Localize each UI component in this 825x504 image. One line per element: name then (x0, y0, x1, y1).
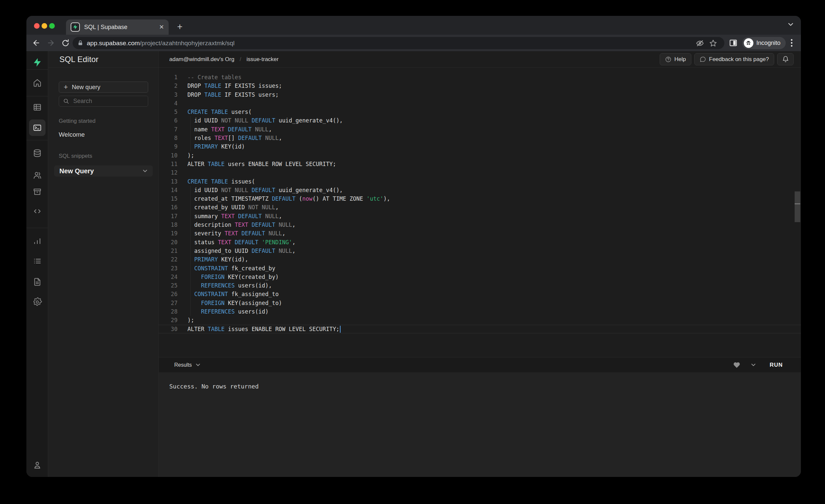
sql-code-editor[interactable]: 1-- Create tables2DROP TABLE IF EXISTS i… (159, 68, 801, 357)
storage-icon[interactable] (33, 187, 42, 196)
code-line[interactable]: 17 summary TEXT DEFAULT NULL, (159, 212, 801, 220)
database-icon[interactable] (33, 149, 42, 158)
code-line[interactable]: 5CREATE TABLE users( (159, 107, 801, 116)
breadcrumb-project[interactable]: issue-tracker (246, 56, 279, 63)
code-line[interactable]: 7 name TEXT DEFAULT NULL, (159, 125, 801, 134)
table-editor-icon[interactable] (33, 103, 42, 112)
code-line[interactable]: 15 created_at TIMESTAMPTZ DEFAULT (now()… (159, 195, 801, 203)
logs-icon[interactable] (33, 257, 42, 266)
code-line[interactable]: 10); (159, 151, 801, 160)
search-icon (63, 98, 69, 104)
sql-editor-icon[interactable] (29, 120, 46, 136)
docs-icon[interactable] (33, 277, 42, 286)
help-button[interactable]: Help (660, 53, 691, 65)
sidebar-item-new-query[interactable]: New Query (54, 165, 153, 176)
code-line[interactable]: 2DROP TABLE IF EXISTS issues; (159, 81, 801, 90)
tab-strip: SQL | Supabase ✕ + (26, 16, 801, 34)
section-label-getting-started: Getting started (59, 118, 148, 125)
code-line[interactable]: 3DROP TABLE IF EXISTS users; (159, 90, 801, 99)
maximize-window-button[interactable] (49, 23, 55, 29)
code-line[interactable]: 16 created_by UUID NOT NULL, (159, 203, 801, 212)
code-line[interactable]: 19 severity TEXT DEFAULT NULL, (159, 229, 801, 238)
code-line[interactable]: 18 description TEXT DEFAULT NULL, (159, 220, 801, 229)
forward-icon[interactable] (44, 37, 58, 49)
tab-close-icon[interactable]: ✕ (159, 23, 164, 31)
breadcrumb-org[interactable]: adam@windmill.dev's Org (169, 56, 234, 63)
search-box[interactable] (59, 96, 148, 106)
run-options-chevron-icon[interactable] (751, 363, 756, 366)
new-tab-button[interactable]: + (174, 21, 185, 32)
feedback-button[interactable]: Feedback on this page? (694, 53, 774, 65)
code-line[interactable]: 27 FOREIGN KEY(assigned_to) (159, 299, 801, 307)
code-line[interactable]: 26 CONSTRAINT fk_assigned_to (159, 290, 801, 298)
code-line[interactable]: 8 roles TEXT[] DEFAULT NULL, (159, 134, 801, 142)
run-button[interactable]: RUN (769, 362, 783, 368)
incognito-label: Incognito (756, 40, 780, 47)
account-icon[interactable] (33, 460, 42, 470)
nav-rail (26, 51, 48, 477)
code-line[interactable]: 29); (159, 316, 801, 325)
browser-tab[interactable]: SQL | Supabase ✕ (66, 19, 169, 34)
rail-divider (26, 96, 48, 96)
code-line[interactable]: 13CREATE TABLE issues( (159, 177, 801, 186)
code-line[interactable]: 24 FOREIGN KEY(created_by) (159, 273, 801, 281)
notifications-button[interactable] (777, 53, 794, 65)
browser-window: SQL | Supabase ✕ + (26, 16, 801, 477)
code-line[interactable]: 4 (159, 99, 801, 107)
window-controls (34, 23, 55, 29)
new-query-button[interactable]: + New query (59, 81, 148, 93)
code-line[interactable]: 22 PRIMARY KEY(id), (159, 255, 801, 264)
new-query-button-label: New query (72, 84, 100, 91)
lock-icon (77, 40, 83, 46)
password-eye-off-icon[interactable] (693, 38, 706, 48)
code-line[interactable]: 9 PRIMARY KEY(id) (159, 142, 801, 151)
code-line[interactable]: 11ALTER TABLE users ENABLE ROW LEVEL SEC… (159, 160, 801, 168)
code-line[interactable]: 25 REFERENCES users(id), (159, 281, 801, 290)
tab-title: SQL | Supabase (84, 24, 156, 31)
editor-scrollbar[interactable] (795, 192, 800, 222)
url-bar[interactable]: app.supabase.com/project/azahtnhqohyjerz… (73, 37, 724, 49)
query-status-message: Success. No rows returned (169, 383, 259, 390)
tab-search-chevron-icon[interactable] (788, 22, 794, 26)
sidebar-header: SQL Editor (48, 51, 158, 68)
main-header: adam@windmill.dev's Org / issue-tracker … (159, 51, 801, 68)
plus-icon: + (64, 83, 68, 91)
reload-icon[interactable] (58, 37, 73, 49)
code-line[interactable]: 12 (159, 168, 801, 177)
browser-toolbar: app.supabase.com/project/azahtnhqohyjerz… (26, 34, 801, 51)
api-icon[interactable] (33, 207, 42, 216)
code-lines: 1-- Create tables2DROP TABLE IF EXISTS i… (159, 73, 801, 333)
chevron-down-icon[interactable] (143, 169, 148, 172)
help-button-label: Help (675, 56, 686, 63)
code-line[interactable]: 20 status TEXT DEFAULT 'PENDING', (159, 238, 801, 246)
sidebar-item-welcome[interactable]: Welcome (59, 131, 148, 138)
back-icon[interactable] (29, 37, 44, 49)
close-window-button[interactable] (34, 23, 40, 29)
favorite-heart-icon[interactable] (733, 361, 741, 368)
side-panel-icon[interactable] (729, 39, 738, 47)
code-line[interactable]: 1-- Create tables (159, 73, 801, 81)
editor-scrollbar-marker (795, 203, 800, 204)
code-line[interactable]: 14 id UUID NOT NULL DEFAULT uuid_generat… (159, 186, 801, 195)
browser-menu-icon[interactable] (791, 38, 793, 48)
rail-divider (26, 228, 48, 228)
home-icon[interactable] (33, 78, 42, 87)
supabase-favicon (71, 22, 80, 32)
results-dropdown[interactable]: Results (174, 362, 200, 368)
results-label: Results (174, 362, 192, 368)
code-line[interactable]: 28 REFERENCES users(id) (159, 307, 801, 316)
settings-icon[interactable] (33, 297, 42, 307)
text-cursor (340, 326, 341, 333)
bookmark-star-icon[interactable] (706, 38, 720, 48)
code-line[interactable]: 23 CONSTRAINT fk_created_by (159, 264, 801, 273)
auth-icon[interactable] (33, 171, 42, 180)
code-line[interactable]: 30ALTER TABLE issues ENABLE ROW LEVEL SE… (159, 325, 801, 333)
minimize-window-button[interactable] (42, 23, 47, 29)
supabase-logo[interactable] (33, 58, 42, 67)
reports-icon[interactable] (33, 236, 42, 245)
code-line[interactable]: 6 id UUID NOT NULL DEFAULT uuid_generate… (159, 116, 801, 125)
code-line[interactable]: 21 assigned_to UUID DEFAULT NULL, (159, 246, 801, 255)
section-label-sql-snippets: SQL snippets (59, 153, 148, 159)
search-input[interactable] (73, 98, 144, 104)
results-output: Success. No rows returned (159, 372, 801, 477)
